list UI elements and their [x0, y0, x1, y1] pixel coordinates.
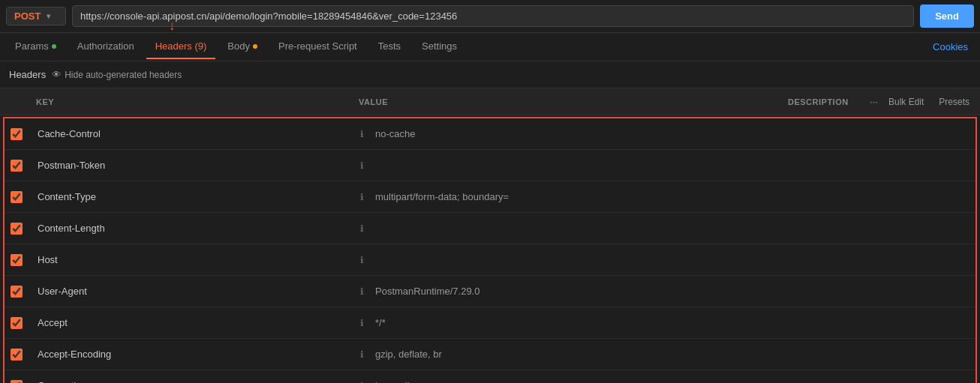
row-checkbox[interactable] [11, 160, 23, 172]
table-row: Host ℹ [5, 244, 975, 276]
params-dot [52, 44, 56, 49]
tab-params[interactable]: Params [6, 34, 65, 59]
row-key[interactable]: Host [32, 254, 354, 265]
row-checkbox-cell [5, 191, 32, 203]
method-chevron: ▾ [47, 12, 50, 20]
sub-header: Headers 👁 Hide auto-generated headers [0, 61, 980, 88]
section-label: Headers [9, 69, 46, 80]
tab-prerequest[interactable]: Pre-request Script [269, 34, 366, 59]
row-checkbox[interactable] [11, 128, 23, 140]
send-button[interactable]: Send [920, 4, 974, 28]
url-input[interactable] [72, 5, 914, 27]
row-checkbox-cell [5, 254, 32, 266]
row-value[interactable]: ℹ PostmanRuntime/7.29.0 [354, 286, 825, 297]
table-row: User-Agent ℹ PostmanRuntime/7.29.0 [5, 276, 975, 307]
info-icon[interactable]: ℹ [360, 192, 371, 202]
headers-table: Cache-Control ℹ no-cache Postman-Token ℹ… [3, 117, 977, 383]
table-actions: ··· Bulk Edit Presets [870, 95, 974, 109]
tab-tests-label: Tests [378, 40, 401, 52]
tab-authorization[interactable]: Authorization [68, 34, 143, 59]
table-row: Connection ℹ keep-alive [5, 370, 975, 383]
row-checkbox[interactable] [11, 191, 23, 203]
row-key[interactable]: Accept-Encoding [32, 349, 354, 360]
row-key[interactable]: Content-Type [32, 191, 354, 202]
eye-icon: 👁 [52, 69, 62, 80]
row-checkbox-cell [5, 128, 32, 140]
row-key[interactable]: User-Agent [32, 286, 354, 297]
row-checkbox[interactable] [11, 317, 23, 329]
tab-settings[interactable]: Settings [413, 34, 466, 59]
info-icon[interactable]: ℹ [360, 286, 371, 297]
row-checkbox-cell [5, 380, 32, 384]
col-value: VALUE [353, 97, 782, 106]
hide-auto-label: Hide auto-generated headers [65, 70, 182, 80]
tab-headers-label: Headers (9) [155, 40, 207, 52]
tab-bar: Params Authorization Headers (9) ↓ Body … [0, 33, 980, 61]
table-row: Accept ℹ */* [5, 307, 975, 339]
row-key[interactable]: Accept [32, 317, 354, 328]
table-row: Content-Length ℹ [5, 213, 975, 244]
row-key[interactable]: Connection [32, 380, 354, 383]
row-value[interactable]: ℹ */* [354, 317, 825, 328]
row-checkbox-cell [5, 160, 32, 172]
row-key[interactable]: Cache-Control [32, 128, 354, 139]
info-icon[interactable]: ℹ [360, 129, 371, 139]
more-options-button[interactable]: ··· [870, 96, 878, 107]
info-icon[interactable]: ℹ [360, 318, 371, 328]
row-value[interactable]: ℹ no-cache [354, 128, 825, 139]
hide-auto-headers-button[interactable]: 👁 Hide auto-generated headers [52, 69, 182, 80]
row-checkbox[interactable] [11, 286, 23, 298]
table-row: Postman-Token ℹ [5, 150, 975, 181]
row-key[interactable]: Postman-Token [32, 160, 354, 171]
row-checkbox[interactable] [11, 349, 23, 361]
row-checkbox[interactable] [11, 254, 23, 266]
row-value[interactable]: ℹ [354, 160, 825, 171]
tab-body-label: Body [227, 40, 250, 52]
row-checkbox-cell [5, 317, 32, 329]
tab-settings-label: Settings [422, 40, 457, 52]
body-dot [253, 44, 257, 49]
info-icon[interactable]: ℹ [360, 160, 371, 171]
col-key: KEY [30, 97, 353, 106]
info-icon[interactable]: ℹ [360, 381, 371, 384]
row-checkbox[interactable] [11, 380, 23, 384]
row-value[interactable]: ℹ [354, 255, 825, 265]
top-bar: POST ▾ Send [0, 0, 980, 33]
cookies-button[interactable]: Cookies [927, 41, 974, 52]
table-header: KEY VALUE DESCRIPTION ··· Bulk Edit Pres… [0, 88, 980, 115]
presets-button[interactable]: Presets [934, 95, 974, 109]
table-row: Content-Type ℹ multipart/form-data; boun… [5, 181, 975, 213]
row-value[interactable]: ℹ [354, 223, 825, 234]
table-row: Accept-Encoding ℹ gzip, deflate, br [5, 339, 975, 370]
row-checkbox[interactable] [11, 223, 23, 235]
table-row: Cache-Control ℹ no-cache [5, 118, 975, 150]
method-select[interactable]: POST ▾ [6, 7, 66, 25]
row-value[interactable]: ℹ keep-alive [354, 380, 825, 383]
info-icon[interactable]: ℹ [360, 255, 371, 265]
row-key[interactable]: Content-Length [32, 223, 354, 234]
row-value[interactable]: ℹ multipart/form-data; boundary= [354, 191, 825, 202]
bulk-edit-button[interactable]: Bulk Edit [884, 95, 928, 109]
method-label: POST [14, 10, 41, 22]
row-checkbox-cell [5, 349, 32, 361]
row-value[interactable]: ℹ gzip, deflate, br [354, 349, 825, 360]
info-icon[interactable]: ℹ [360, 223, 371, 234]
tab-headers[interactable]: Headers (9) ↓ [146, 34, 216, 59]
row-checkbox-cell [5, 223, 32, 235]
tab-prerequest-label: Pre-request Script [278, 40, 357, 52]
row-checkbox-cell [5, 286, 32, 298]
tab-body[interactable]: Body [218, 34, 266, 59]
tab-params-label: Params [15, 40, 49, 52]
tab-tests[interactable]: Tests [369, 34, 410, 59]
tab-authorization-label: Authorization [77, 40, 134, 52]
info-icon[interactable]: ℹ [360, 349, 371, 360]
